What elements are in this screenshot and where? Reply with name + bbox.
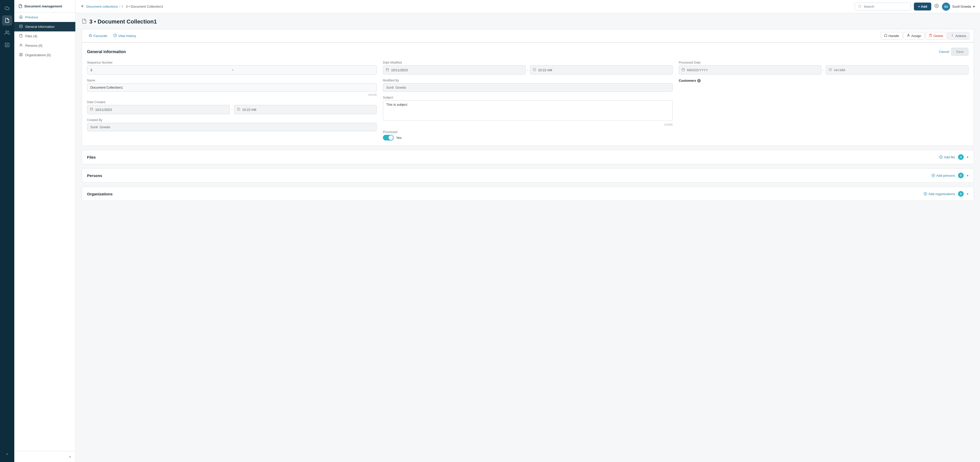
user-area[interactable]: SU Sunil Gowda ▾ <box>942 3 975 11</box>
delete-icon <box>929 34 932 38</box>
date-modified-time-field[interactable] <box>538 68 670 72</box>
save-button[interactable]: Save <box>951 48 969 56</box>
handle-icon <box>884 34 887 38</box>
favourite-label: Favourite <box>94 34 107 38</box>
svg-line-14 <box>861 7 861 8</box>
sequence-number-group: Sequence Number 3 ▾ <box>87 61 377 75</box>
delete-button[interactable]: Delete <box>926 32 947 40</box>
files-count-badge: 4 <box>958 154 964 160</box>
persons-icon <box>19 43 23 48</box>
add-persons-label: Add persons <box>936 174 955 177</box>
processed-date-input[interactable] <box>679 65 821 75</box>
organizations-section-header[interactable]: Organizations Add organizations 0 ▾ <box>82 187 974 201</box>
date-modified-time-input[interactable] <box>530 65 673 75</box>
app-title: Document management <box>24 4 62 8</box>
sequence-number-label: Sequence Number <box>87 61 377 64</box>
add-organizations-button[interactable]: Add organizations <box>924 192 955 196</box>
sequence-number-input[interactable]: 3 ▾ <box>87 65 377 75</box>
name-input[interactable] <box>87 83 377 92</box>
organizations-icon <box>19 53 23 57</box>
nav-icon-cloud[interactable] <box>2 3 12 13</box>
breadcrumb-sep1: / <box>119 5 121 8</box>
card-title: General information <box>87 49 126 54</box>
nav-sidebar: Document management Previous General <box>14 0 76 462</box>
date-created-dash: - <box>231 108 232 112</box>
svg-point-8 <box>21 44 22 45</box>
user-avatar: SU <box>942 3 950 11</box>
add-organizations-label: Add organizations <box>928 192 955 196</box>
svg-point-18 <box>908 34 909 35</box>
date-created-date-input[interactable] <box>87 105 230 114</box>
favourite-button[interactable]: Favourite <box>86 32 110 40</box>
add-button[interactable]: + Add <box>914 3 931 11</box>
sidebar-item-files[interactable]: Files (4) <box>14 32 75 41</box>
files-section-title: Files <box>87 155 96 159</box>
nav-icon-people[interactable] <box>2 27 12 38</box>
view-history-button[interactable]: View history <box>111 32 138 40</box>
main-content: Document collections / / 3 • Document Co… <box>76 0 980 462</box>
svg-marker-16 <box>89 34 92 37</box>
svg-rect-22 <box>91 108 93 111</box>
expand-sidebar-btn[interactable]: » <box>2 449 12 459</box>
date-created-time-input[interactable] <box>234 105 377 114</box>
settings-icon[interactable] <box>934 3 939 10</box>
subject-textarea[interactable]: This is subject <box>383 100 673 121</box>
customers-text: Customers <box>679 79 696 83</box>
form-col-1: Sequence Number 3 ▾ Name 20/100 <box>87 61 377 140</box>
date-modified-date-input[interactable] <box>383 65 526 75</box>
created-by-group: Created By <box>87 118 377 131</box>
assign-button[interactable]: Assign <box>904 32 924 40</box>
svg-point-19 <box>952 34 953 35</box>
customers-info-icon[interactable]: i <box>697 79 701 83</box>
date-created-date-field[interactable] <box>95 108 227 112</box>
collapse-sidebar-btn[interactable]: « <box>69 454 71 459</box>
sequence-number-value: 3 <box>91 68 232 72</box>
cancel-button[interactable]: Cancel <box>939 50 949 54</box>
processed-date-field[interactable] <box>687 68 819 72</box>
back-arrow-icon[interactable] <box>81 4 85 9</box>
favourite-icon <box>89 34 92 38</box>
svg-point-0 <box>6 31 7 33</box>
actions-icon <box>951 34 954 38</box>
organizations-section-right: Add organizations 0 ▾ <box>924 191 969 197</box>
created-by-label: Created By <box>87 118 377 122</box>
delete-label: Delete <box>934 34 943 38</box>
processed-toggle[interactable] <box>383 135 394 140</box>
breadcrumb-slash: / <box>122 5 123 8</box>
date-created-row: - <box>87 105 377 114</box>
handle-button[interactable]: Handle <box>881 32 902 40</box>
subject-label: Subject <box>383 96 673 99</box>
processed-date-row: - <box>679 65 969 75</box>
processed-time-field[interactable] <box>834 68 966 72</box>
subject-char-count: 15/500 <box>383 123 673 126</box>
form-col-3: Processed Date <box>679 61 969 140</box>
actions-button[interactable]: Actions <box>947 32 969 40</box>
nav-icon-docs[interactable] <box>2 15 12 25</box>
sidebar-item-label-files: Files (4) <box>25 34 37 38</box>
nav-icon-files[interactable] <box>2 40 12 50</box>
processed-group: Processed Yes <box>383 130 673 140</box>
search-input[interactable] <box>864 5 907 8</box>
sidebar-item-previous[interactable]: Previous <box>14 13 75 22</box>
organizations-count-badge: 0 <box>958 191 964 197</box>
date-modified-date-field[interactable] <box>391 68 523 72</box>
add-file-button[interactable]: Add file <box>939 155 955 159</box>
svg-point-21 <box>952 36 953 37</box>
processed-time-input[interactable] <box>826 65 969 75</box>
processed-label: Processed <box>383 130 673 134</box>
sidebar-item-persons[interactable]: Persons (0) <box>14 41 75 50</box>
persons-section: Persons Add persons 0 ▾ <box>82 168 974 183</box>
date-modified-group: Date Modified <box>383 61 673 75</box>
toggle-thumb <box>388 135 393 140</box>
date-modified-dash: - <box>527 68 528 72</box>
files-section-header[interactable]: Files Add file 4 ▾ <box>82 150 974 164</box>
date-created-time-field[interactable] <box>242 108 374 112</box>
persons-section-header[interactable]: Persons Add persons 0 ▾ <box>82 169 974 182</box>
persons-count-badge: 0 <box>958 173 964 178</box>
user-name: Sunil Gowda <box>952 5 971 8</box>
add-persons-button[interactable]: Add persons <box>932 174 955 177</box>
date-modified-row: - <box>383 65 673 75</box>
breadcrumb-document-collections[interactable]: Document collections <box>86 5 118 8</box>
sidebar-item-general-information[interactable]: General information <box>14 22 75 32</box>
sidebar-item-organizations[interactable]: Organizations (0) <box>14 50 75 60</box>
